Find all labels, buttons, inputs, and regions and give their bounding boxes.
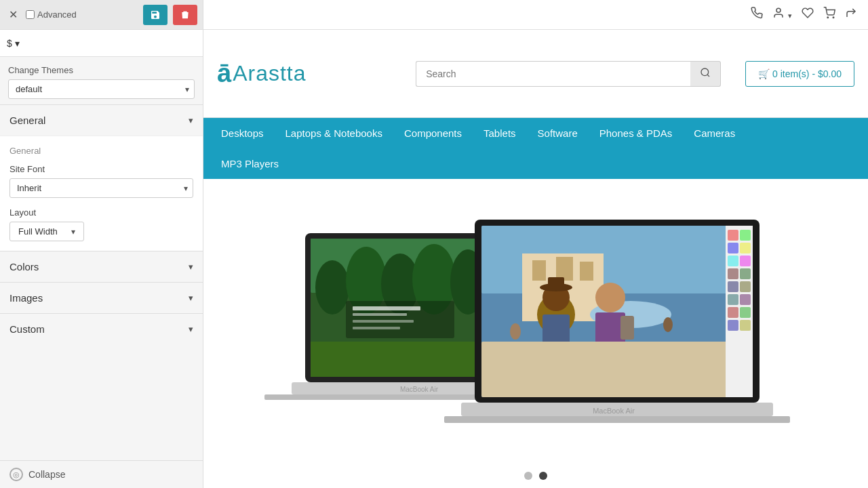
dots-row: [524, 464, 547, 488]
svg-point-42: [663, 317, 673, 332]
svg-text:MacBook Air: MacBook Air: [593, 407, 635, 415]
accordion-colors: Colors ▾: [0, 251, 203, 282]
hero-section: MacBook Air: [203, 179, 868, 488]
phone-icon[interactable]: [751, 7, 763, 22]
right-wrapper: ▾ ā Arastta: [203, 0, 868, 488]
svg-point-41: [510, 323, 521, 340]
dot-1[interactable]: [524, 472, 532, 480]
svg-rect-20: [353, 327, 400, 329]
laptops-svg: MacBook Air: [264, 220, 821, 430]
accordion-colors-header[interactable]: Colors ▾: [0, 251, 203, 282]
theme-select[interactable]: default: [8, 79, 195, 99]
nav-item-software[interactable]: Software: [527, 118, 589, 148]
cart-label-text: 0 item(s) - $0.00: [772, 68, 842, 79]
dot-2[interactable]: [539, 472, 547, 480]
hero-image-area: MacBook Air: [203, 179, 868, 464]
svg-rect-57: [728, 294, 738, 305]
accordion-custom-label: Custom: [9, 323, 45, 335]
svg-point-9: [315, 260, 349, 314]
svg-rect-52: [740, 256, 751, 266]
advanced-checkbox-label[interactable]: Advanced: [26, 9, 77, 20]
svg-rect-62: [740, 320, 751, 331]
nav-item-mp3[interactable]: MP3 Players: [210, 148, 290, 179]
layout-selected-value: Full Width: [18, 226, 58, 237]
change-themes-section: Change Themes default ▾: [0, 57, 203, 104]
accordion-general-header[interactable]: General ▾: [0, 105, 203, 136]
currency-bar: $ ▾: [0, 30, 203, 57]
user-icon[interactable]: ▾: [772, 7, 792, 22]
delete-button[interactable]: [173, 5, 197, 25]
left-panel: ✕ Advanced $ ▾ Change Themes default ▾: [0, 0, 203, 488]
accordion-general-arrow: ▾: [189, 115, 193, 125]
nav-item-laptops[interactable]: Laptops & Notebooks: [275, 118, 393, 148]
accordion-custom-header[interactable]: Custom ▾: [0, 314, 203, 344]
panel-spacer: [0, 344, 203, 460]
site-font-group: Site Font Inherit ▾: [9, 164, 193, 198]
logo-text: Arastta: [233, 61, 306, 86]
save-icon: [150, 9, 161, 21]
svg-point-37: [595, 283, 625, 312]
svg-rect-28: [532, 260, 546, 281]
svg-rect-59: [728, 307, 738, 318]
svg-rect-56: [740, 281, 751, 292]
wishlist-icon[interactable]: [802, 7, 814, 22]
nav-item-components[interactable]: Components: [393, 118, 473, 148]
layout-label: Layout: [9, 207, 193, 218]
currency-selector[interactable]: $ ▾: [7, 38, 20, 49]
svg-rect-54: [740, 268, 751, 279]
svg-point-2: [833, 17, 834, 18]
site-font-select[interactable]: Inherit: [9, 178, 193, 198]
svg-rect-51: [728, 256, 738, 266]
accordion-custom-arrow: ▾: [189, 324, 193, 334]
general-sub-label: General: [9, 146, 193, 156]
accordion-custom: Custom ▾: [0, 313, 203, 344]
accordion-general-label: General: [9, 115, 45, 126]
theme-select-wrap: default ▾: [8, 79, 195, 99]
currency-arrow: ▾: [15, 38, 20, 49]
currency-symbol: $: [7, 38, 12, 49]
cart-icon[interactable]: [823, 7, 835, 22]
svg-rect-30: [580, 262, 593, 281]
svg-rect-49: [728, 243, 738, 253]
svg-rect-40: [481, 342, 753, 397]
svg-rect-58: [740, 294, 751, 305]
share-icon[interactable]: [845, 7, 857, 22]
advanced-label: Advanced: [37, 9, 77, 20]
search-button[interactable]: [690, 61, 721, 87]
panel-topbar: ✕ Advanced: [0, 0, 203, 30]
svg-point-0: [776, 8, 781, 12]
store-area: ā Arastta 🛒 0 item(s) - $0.00 Desktops L…: [203, 30, 868, 488]
trash-icon: [180, 9, 191, 20]
svg-rect-53: [728, 268, 738, 279]
layout-btn-wrap: Full Width ▾: [9, 222, 84, 241]
save-button[interactable]: [143, 5, 167, 25]
svg-rect-35: [548, 277, 564, 289]
accordion-general: General ▾ General Site Font Inherit ▾ La…: [0, 104, 203, 251]
nav-item-cameras[interactable]: Cameras: [683, 118, 746, 148]
svg-rect-29: [556, 257, 573, 281]
svg-rect-18: [353, 313, 407, 316]
accordion-colors-label: Colors: [9, 261, 39, 272]
search-icon: [700, 67, 711, 78]
nav-item-phones[interactable]: Phones & PDAs: [589, 118, 684, 148]
svg-rect-60: [740, 307, 751, 318]
layout-dropdown-arrow: ▾: [71, 227, 75, 237]
close-icon[interactable]: ✕: [5, 7, 20, 22]
nav-item-tablets[interactable]: Tablets: [473, 118, 527, 148]
accordion-images-header[interactable]: Images ▾: [0, 283, 203, 313]
search-input[interactable]: [416, 61, 690, 87]
hero-laptops: MacBook Air: [264, 220, 807, 423]
nav-item-desktops[interactable]: Desktops: [210, 118, 275, 148]
collapse-icon: ◎: [9, 468, 23, 481]
layout-group: Layout Full Width ▾: [9, 207, 193, 241]
svg-point-3: [701, 68, 709, 76]
store-logo[interactable]: ā Arastta: [217, 59, 307, 88]
cart-button[interactable]: 🛒 0 item(s) - $0.00: [745, 61, 854, 87]
advanced-checkbox[interactable]: [26, 10, 35, 19]
layout-select-btn[interactable]: Full Width ▾: [9, 222, 84, 241]
cart-icon-text: 🛒: [758, 68, 772, 79]
collapse-footer[interactable]: ◎ Collapse: [0, 460, 203, 488]
svg-rect-47: [728, 230, 738, 241]
collapse-label: Collapse: [28, 469, 65, 480]
svg-rect-19: [353, 320, 414, 323]
